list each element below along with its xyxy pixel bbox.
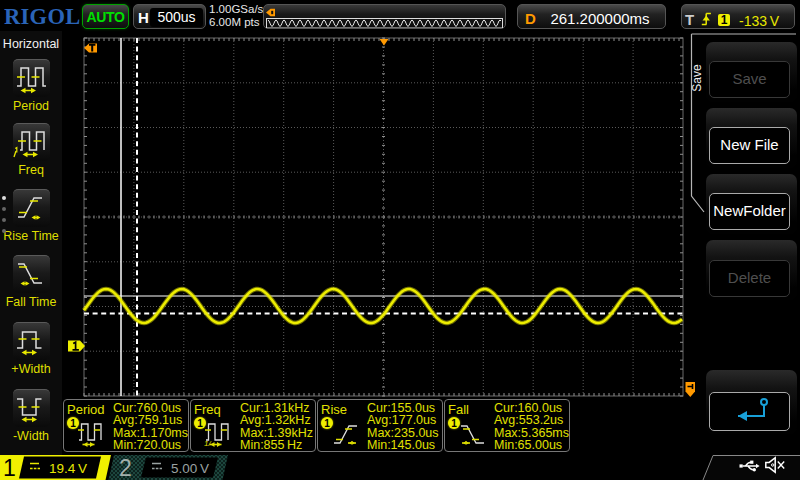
svg-text:1: 1 bbox=[3, 455, 16, 480]
svg-text:19.4 V: 19.4 V bbox=[49, 461, 87, 476]
svg-text:5.00 V: 5.00 V bbox=[171, 461, 209, 476]
svg-text:1/: 1/ bbox=[204, 439, 211, 448]
svg-text:2: 2 bbox=[119, 455, 132, 480]
